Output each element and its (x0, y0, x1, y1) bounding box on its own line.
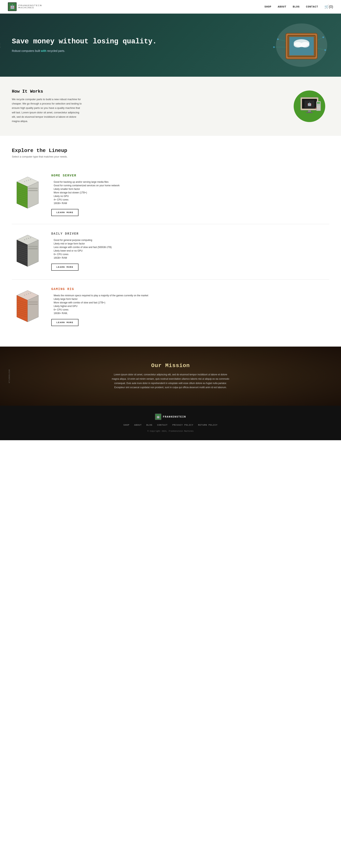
svg-rect-24 (317, 105, 320, 105)
gaming-rig-learn-button[interactable]: LEARN MORE (51, 319, 79, 326)
home-server-title: HOME SERVER (51, 174, 329, 178)
svg-point-54 (28, 238, 29, 239)
logo-text: FRANKENSTEIN MACHINES (19, 4, 42, 9)
feature-item: Likely large form factor (51, 297, 329, 301)
explore-title: Explore the Lineup (12, 148, 329, 154)
feature-item: Likely smaller form factor (51, 187, 329, 191)
gaming-rig-info: GAMING RIG Meets the minimum specs requi… (51, 287, 329, 326)
feature-item: Less storage with combo of slow and fast… (51, 245, 329, 249)
hero-machine-illustration (262, 20, 329, 71)
logo[interactable]: 🤖 FRANKENSTEIN MACHINES (8, 2, 42, 11)
home-server-learn-button[interactable]: LEARN MORE (51, 209, 79, 216)
product-row-daily-driver: DAILY DRIVER Good for general purpose co… (12, 224, 329, 280)
how-computer-circle: 🤖 (294, 91, 325, 122)
home-server-info: HOME SERVER Good for backing up and/or s… (51, 174, 329, 216)
footer-link-blog[interactable]: BLOG (146, 424, 152, 426)
svg-point-56 (24, 239, 25, 240)
svg-rect-57 (28, 246, 38, 247)
gaming-rig-title: GAMING RIG (51, 287, 329, 291)
svg-point-6 (301, 42, 309, 48)
daily-driver-info: DAILY DRIVER Good for general purpose co… (51, 232, 329, 271)
feature-item: More storage but slower (1TB+) (51, 191, 329, 194)
feature-item: 16GB+ RAM (51, 202, 329, 205)
gaming-rig-image (12, 287, 43, 327)
footer-logo-icon: 🤖 (155, 413, 161, 420)
svg-point-70 (26, 294, 27, 295)
feature-item: Good for backing up and/or serving large… (51, 180, 329, 184)
mission-title: Our Mission (112, 363, 230, 369)
nav-blog[interactable]: BLOG (293, 5, 300, 8)
svg-rect-20 (306, 112, 313, 113)
nav-contact[interactable]: CONTACT (306, 5, 318, 8)
mission-content: Our Mission Lorem ipsum dolor sit amet, … (112, 363, 230, 390)
cart-icon[interactable]: 🛒(0) (324, 4, 333, 9)
mission-body: Lorem ipsum dolor sit amet, consectetur … (112, 373, 230, 390)
daily-driver-title: DAILY DRIVER (51, 232, 329, 236)
svg-point-53 (26, 239, 27, 239)
footer-link-about[interactable]: ABOUT (134, 424, 142, 426)
svg-point-73 (24, 295, 25, 296)
svg-point-72 (30, 293, 31, 293)
svg-point-36 (26, 180, 27, 181)
svg-point-71 (28, 293, 29, 294)
feature-item: 16GB+ RAM (51, 256, 329, 260)
svg-rect-19 (308, 110, 311, 112)
daily-driver-tower (13, 233, 42, 271)
feature-item: Likely mid or large form factor (51, 242, 329, 245)
daily-driver-learn-button[interactable]: LEARN MORE (51, 264, 79, 271)
feature-item: Good for general purpose computing (51, 238, 329, 242)
gaming-rig-features: Meets the minimum specs required to play… (51, 294, 329, 315)
logo-icon: 🤖 (8, 2, 17, 11)
svg-point-37 (28, 180, 29, 181)
hero-subtext: Robust computers built with recycled par… (12, 49, 157, 53)
nav-about[interactable]: ABOUT (278, 5, 286, 8)
how-title: How It Works (12, 89, 278, 94)
hero-content: Save money without losing quality. Robus… (0, 25, 168, 65)
how-it-works-section: How It Works We recycle computer parts t… (0, 77, 341, 136)
how-visual: 🤖 (290, 89, 329, 124)
hero-section: Save money without losing quality. Robus… (0, 13, 341, 77)
svg-rect-74 (28, 301, 38, 303)
feature-item: Good for running containerized services … (51, 184, 329, 187)
daily-driver-image (12, 232, 43, 272)
svg-text:🤖: 🤖 (307, 102, 312, 106)
how-computer-icon: 🤖 (297, 95, 322, 117)
footer: 🤖 FRANKENSTEIN SHOP ABOUT BLOG CONTACT P… (0, 406, 341, 440)
svg-rect-41 (28, 190, 38, 191)
footer-link-privacy[interactable]: PRIVACY POLICY (173, 424, 193, 426)
footer-brand-name: FRANKENSTEIN (163, 415, 186, 418)
feature-item: Meets the minimum specs required to play… (51, 294, 329, 297)
svg-point-55 (30, 237, 31, 238)
gaming-rig-tower (13, 288, 42, 326)
home-server-features: Good for backing up and/or serving large… (51, 180, 329, 205)
svg-rect-58 (28, 248, 38, 249)
footer-link-return[interactable]: RETURN POLICY (198, 424, 218, 426)
footer-links: SHOP ABOUT BLOG CONTACT PRIVACY POLICY R… (12, 424, 329, 426)
svg-point-11 (277, 38, 279, 40)
svg-point-38 (30, 179, 31, 180)
feature-item: 16GB+ RAM, (51, 311, 329, 315)
hero-headline: Save money without losing quality. (12, 37, 157, 46)
home-server-image (12, 174, 43, 213)
feature-item: Likely no GPU (51, 194, 329, 198)
nav-shop[interactable]: SHOP (265, 5, 271, 8)
svg-point-14 (324, 49, 326, 51)
product-row-home-server: HOME SERVER Good for backing up and/or s… (12, 166, 329, 224)
feature-item: More storage with combo of slow and fast… (51, 301, 329, 304)
daily-driver-features: Good for general purpose computing Likel… (51, 238, 329, 260)
mission-section: Our Mission Lorem ipsum dolor sit amet, … (0, 347, 341, 406)
svg-rect-23 (317, 104, 320, 104)
mission-side-label: #713651218 (8, 369, 10, 383)
feature-item: Likely higher-end GPU (51, 304, 329, 308)
how-body: We recycle computer parts to build a new… (12, 97, 83, 123)
feature-item: Likely lower-end or no GPU (51, 249, 329, 252)
svg-rect-75 (28, 304, 38, 305)
explore-section: Explore the Lineup Select a computer typ… (0, 136, 341, 347)
product-row-gaming-rig: GAMING RIG Meets the minimum specs requi… (12, 280, 329, 335)
footer-copyright: © Copyright 2024, Frankenstein Machines (12, 430, 329, 432)
footer-link-contact[interactable]: CONTACT (157, 424, 168, 426)
how-text: How It Works We recycle computer parts t… (12, 89, 278, 123)
hero-visual (258, 18, 333, 73)
feature-item: 6+ CPU cores (51, 252, 329, 256)
footer-link-shop[interactable]: SHOP (123, 424, 129, 426)
